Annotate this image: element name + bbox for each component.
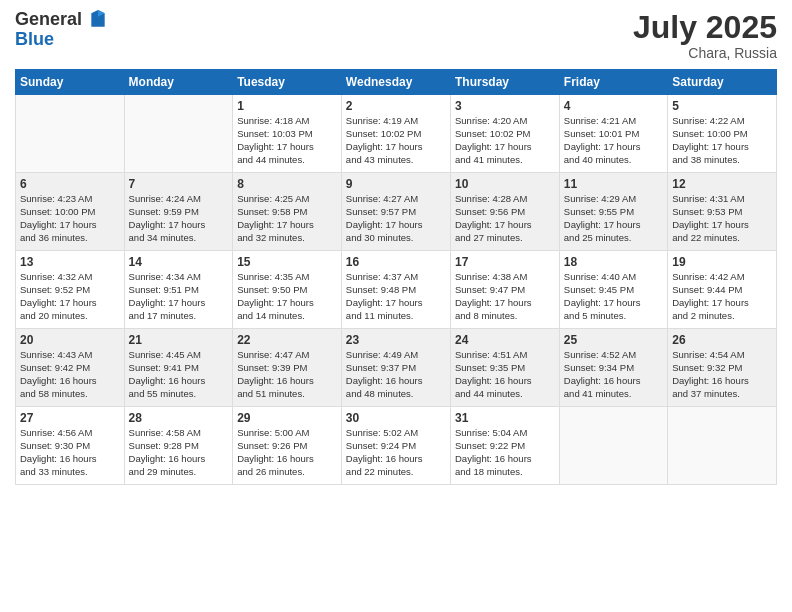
day-number: 7 <box>129 177 229 191</box>
table-row <box>668 407 777 485</box>
day-info: Sunrise: 4:25 AM Sunset: 9:58 PM Dayligh… <box>237 193 337 244</box>
table-row: 7Sunrise: 4:24 AM Sunset: 9:59 PM Daylig… <box>124 173 233 251</box>
table-row: 13Sunrise: 4:32 AM Sunset: 9:52 PM Dayli… <box>16 251 125 329</box>
table-row <box>124 95 233 173</box>
col-thursday: Thursday <box>450 70 559 95</box>
col-friday: Friday <box>559 70 667 95</box>
calendar-week-row: 1Sunrise: 4:18 AM Sunset: 10:03 PM Dayli… <box>16 95 777 173</box>
table-row: 15Sunrise: 4:35 AM Sunset: 9:50 PM Dayli… <box>233 251 342 329</box>
day-info: Sunrise: 4:28 AM Sunset: 9:56 PM Dayligh… <box>455 193 555 244</box>
day-info: Sunrise: 4:18 AM Sunset: 10:03 PM Daylig… <box>237 115 337 166</box>
day-info: Sunrise: 4:45 AM Sunset: 9:41 PM Dayligh… <box>129 349 229 400</box>
logo-general: General <box>15 10 107 30</box>
logo-blue: Blue <box>15 30 107 50</box>
day-number: 23 <box>346 333 446 347</box>
day-info: Sunrise: 4:34 AM Sunset: 9:51 PM Dayligh… <box>129 271 229 322</box>
table-row: 14Sunrise: 4:34 AM Sunset: 9:51 PM Dayli… <box>124 251 233 329</box>
calendar-week-row: 27Sunrise: 4:56 AM Sunset: 9:30 PM Dayli… <box>16 407 777 485</box>
day-number: 1 <box>237 99 337 113</box>
day-number: 12 <box>672 177 772 191</box>
day-number: 9 <box>346 177 446 191</box>
table-row: 6Sunrise: 4:23 AM Sunset: 10:00 PM Dayli… <box>16 173 125 251</box>
day-info: Sunrise: 5:00 AM Sunset: 9:26 PM Dayligh… <box>237 427 337 478</box>
table-row: 3Sunrise: 4:20 AM Sunset: 10:02 PM Dayli… <box>450 95 559 173</box>
col-tuesday: Tuesday <box>233 70 342 95</box>
day-number: 8 <box>237 177 337 191</box>
day-number: 30 <box>346 411 446 425</box>
day-number: 3 <box>455 99 555 113</box>
day-info: Sunrise: 4:24 AM Sunset: 9:59 PM Dayligh… <box>129 193 229 244</box>
day-info: Sunrise: 4:29 AM Sunset: 9:55 PM Dayligh… <box>564 193 663 244</box>
calendar: Sunday Monday Tuesday Wednesday Thursday… <box>15 69 777 485</box>
table-row <box>559 407 667 485</box>
calendar-week-row: 13Sunrise: 4:32 AM Sunset: 9:52 PM Dayli… <box>16 251 777 329</box>
title-section: July 2025 Chara, Russia <box>633 10 777 61</box>
table-row: 8Sunrise: 4:25 AM Sunset: 9:58 PM Daylig… <box>233 173 342 251</box>
day-info: Sunrise: 4:52 AM Sunset: 9:34 PM Dayligh… <box>564 349 663 400</box>
day-info: Sunrise: 4:56 AM Sunset: 9:30 PM Dayligh… <box>20 427 120 478</box>
day-number: 21 <box>129 333 229 347</box>
col-saturday: Saturday <box>668 70 777 95</box>
day-info: Sunrise: 4:40 AM Sunset: 9:45 PM Dayligh… <box>564 271 663 322</box>
day-number: 19 <box>672 255 772 269</box>
day-number: 11 <box>564 177 663 191</box>
table-row: 1Sunrise: 4:18 AM Sunset: 10:03 PM Dayli… <box>233 95 342 173</box>
day-info: Sunrise: 4:58 AM Sunset: 9:28 PM Dayligh… <box>129 427 229 478</box>
table-row: 5Sunrise: 4:22 AM Sunset: 10:00 PM Dayli… <box>668 95 777 173</box>
day-number: 15 <box>237 255 337 269</box>
day-number: 18 <box>564 255 663 269</box>
table-row: 20Sunrise: 4:43 AM Sunset: 9:42 PM Dayli… <box>16 329 125 407</box>
col-wednesday: Wednesday <box>341 70 450 95</box>
day-number: 17 <box>455 255 555 269</box>
table-row: 9Sunrise: 4:27 AM Sunset: 9:57 PM Daylig… <box>341 173 450 251</box>
table-row: 18Sunrise: 4:40 AM Sunset: 9:45 PM Dayli… <box>559 251 667 329</box>
table-row: 2Sunrise: 4:19 AM Sunset: 10:02 PM Dayli… <box>341 95 450 173</box>
day-info: Sunrise: 4:21 AM Sunset: 10:01 PM Daylig… <box>564 115 663 166</box>
day-number: 6 <box>20 177 120 191</box>
day-number: 22 <box>237 333 337 347</box>
day-info: Sunrise: 4:20 AM Sunset: 10:02 PM Daylig… <box>455 115 555 166</box>
day-info: Sunrise: 5:02 AM Sunset: 9:24 PM Dayligh… <box>346 427 446 478</box>
day-info: Sunrise: 4:31 AM Sunset: 9:53 PM Dayligh… <box>672 193 772 244</box>
day-number: 14 <box>129 255 229 269</box>
table-row: 16Sunrise: 4:37 AM Sunset: 9:48 PM Dayli… <box>341 251 450 329</box>
day-number: 2 <box>346 99 446 113</box>
day-number: 27 <box>20 411 120 425</box>
day-info: Sunrise: 4:54 AM Sunset: 9:32 PM Dayligh… <box>672 349 772 400</box>
table-row: 25Sunrise: 4:52 AM Sunset: 9:34 PM Dayli… <box>559 329 667 407</box>
day-number: 16 <box>346 255 446 269</box>
day-info: Sunrise: 4:42 AM Sunset: 9:44 PM Dayligh… <box>672 271 772 322</box>
table-row: 28Sunrise: 4:58 AM Sunset: 9:28 PM Dayli… <box>124 407 233 485</box>
day-number: 10 <box>455 177 555 191</box>
table-row: 21Sunrise: 4:45 AM Sunset: 9:41 PM Dayli… <box>124 329 233 407</box>
day-info: Sunrise: 4:27 AM Sunset: 9:57 PM Dayligh… <box>346 193 446 244</box>
table-row: 19Sunrise: 4:42 AM Sunset: 9:44 PM Dayli… <box>668 251 777 329</box>
day-number: 31 <box>455 411 555 425</box>
col-monday: Monday <box>124 70 233 95</box>
day-info: Sunrise: 5:04 AM Sunset: 9:22 PM Dayligh… <box>455 427 555 478</box>
day-info: Sunrise: 4:38 AM Sunset: 9:47 PM Dayligh… <box>455 271 555 322</box>
calendar-week-row: 6Sunrise: 4:23 AM Sunset: 10:00 PM Dayli… <box>16 173 777 251</box>
table-row: 10Sunrise: 4:28 AM Sunset: 9:56 PM Dayli… <box>450 173 559 251</box>
day-number: 5 <box>672 99 772 113</box>
day-number: 26 <box>672 333 772 347</box>
day-info: Sunrise: 4:19 AM Sunset: 10:02 PM Daylig… <box>346 115 446 166</box>
table-row <box>16 95 125 173</box>
day-info: Sunrise: 4:22 AM Sunset: 10:00 PM Daylig… <box>672 115 772 166</box>
day-number: 29 <box>237 411 337 425</box>
logo: General Blue <box>15 10 107 50</box>
day-info: Sunrise: 4:32 AM Sunset: 9:52 PM Dayligh… <box>20 271 120 322</box>
day-number: 20 <box>20 333 120 347</box>
day-number: 13 <box>20 255 120 269</box>
day-info: Sunrise: 4:47 AM Sunset: 9:39 PM Dayligh… <box>237 349 337 400</box>
day-info: Sunrise: 4:37 AM Sunset: 9:48 PM Dayligh… <box>346 271 446 322</box>
location: Chara, Russia <box>633 45 777 61</box>
page-header: General Blue July 2025 Chara, Russia <box>15 10 777 61</box>
month-title: July 2025 <box>633 10 777 45</box>
day-number: 24 <box>455 333 555 347</box>
table-row: 17Sunrise: 4:38 AM Sunset: 9:47 PM Dayli… <box>450 251 559 329</box>
col-sunday: Sunday <box>16 70 125 95</box>
table-row: 11Sunrise: 4:29 AM Sunset: 9:55 PM Dayli… <box>559 173 667 251</box>
day-info: Sunrise: 4:51 AM Sunset: 9:35 PM Dayligh… <box>455 349 555 400</box>
day-number: 28 <box>129 411 229 425</box>
